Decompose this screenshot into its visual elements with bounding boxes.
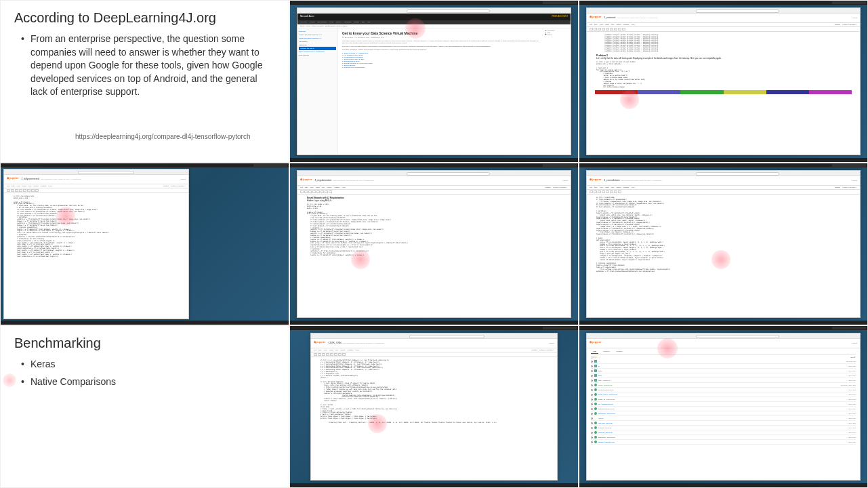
- file-name[interactable]: tensorflow_CNN.ipynb: [598, 413, 848, 415]
- code-cell[interactable]: In [1]: num_nodes = 1024 batch_size = 12…: [307, 204, 561, 256]
- notebook-title[interactable]: 4_convolutions: [604, 179, 619, 182]
- file-name[interactable]: ..: [598, 361, 846, 363]
- notebook-toolbar[interactable]: [311, 352, 557, 357]
- file-name[interactable]: keras_tf_CNN.ipynb: [598, 389, 848, 391]
- jupyter-logo-icon[interactable]: jupyter: [300, 178, 312, 184]
- logout-button[interactable]: Logout: [852, 342, 857, 344]
- azure-sidebar[interactable]: Overview What is the Data Science VM? Wh…: [297, 28, 338, 155]
- file-name[interactable]: Data: [598, 370, 848, 372]
- file-row[interactable]: SQL-Analysis-R3 days ago: [591, 378, 856, 383]
- logout-button[interactable]: Logout: [562, 180, 568, 182]
- dashboard-tabs[interactable]: Files Running Clusters: [591, 350, 856, 354]
- file-checkbox[interactable]: [591, 408, 593, 410]
- file-row[interactable]: tensorflow_CNN.ipynb3 days ago: [591, 435, 856, 440]
- notebook-toolbar[interactable]: [587, 190, 860, 195]
- browser-chrome[interactable]: [587, 171, 860, 176]
- file-checkbox[interactable]: [591, 432, 593, 434]
- file-row[interactable]: ImageClassifier.ipynb3 days ago: [591, 407, 856, 411]
- file-row[interactable]: utils.py3 days ago: [591, 416, 856, 421]
- file-row[interactable]: horovod_dist.ipynb3 days ago: [591, 430, 856, 435]
- file-row[interactable]: keras_CNTK_CNN.ipynb3 days ago: [591, 392, 856, 397]
- file-row[interactable]: ..seconds ago: [591, 359, 856, 364]
- file-row[interactable]: tools3 days ago: [591, 373, 856, 378]
- file-row[interactable]: CNTK_CNN.ipynbRunning 3 days ago: [591, 383, 856, 388]
- code-cell[interactable]: In [9]: # Input data. tf_train_dataset =…: [596, 197, 850, 273]
- file-checkbox[interactable]: [591, 436, 593, 439]
- file-checkbox[interactable]: [591, 413, 593, 415]
- file-checkbox[interactable]: [591, 389, 593, 391]
- plot-output: [595, 90, 852, 94]
- file-name[interactable]: CNTK_CNN.ipynb: [598, 384, 841, 386]
- notebook-icon: [594, 441, 597, 443]
- jupyter-logo-icon[interactable]: jupyter: [590, 341, 601, 346]
- notebook-toolbar[interactable]: [297, 190, 571, 195]
- jupyter-logo-icon[interactable]: jupyter: [7, 177, 18, 182]
- file-name[interactable]: tensorflow_CNN.ipynb: [598, 436, 848, 439]
- logout-button[interactable]: Logout: [180, 178, 186, 180]
- file-name[interactable]: ImageClassifier.ipynb: [598, 408, 848, 410]
- file-row[interactable]: Data3 days ago: [591, 369, 856, 373]
- file-checkbox[interactable]: [591, 365, 593, 367]
- notebook-toolbar[interactable]: [587, 27, 860, 32]
- logout-button[interactable]: Logout: [549, 342, 554, 344]
- new-button[interactable]: New ▾: [850, 357, 856, 359]
- browser-chrome[interactable]: [4, 169, 188, 175]
- file-row[interactable]: keras_tf_CNN.ipynb3 days ago: [591, 388, 856, 392]
- file-name[interactable]: tools: [598, 375, 848, 377]
- notebook-title[interactable]: 1_notmnist: [604, 16, 615, 19]
- notebook-icon: [594, 436, 597, 439]
- file-name[interactable]: R: [598, 365, 848, 367]
- code-cell[interactable]: In [4]: def init_model(m): # Loss (dense…: [321, 382, 547, 403]
- file-name[interactable]: horovod_dist.ipynb: [598, 432, 848, 434]
- logout-button[interactable]: Logout: [852, 17, 857, 19]
- notebook-title[interactable]: CNTK_CNN: [328, 342, 341, 344]
- file-name[interactable]: keras_TF_CNN.ipynb: [598, 399, 848, 401]
- file-time: 3 days ago: [848, 432, 856, 434]
- file-row[interactable]: tensorflow_CNN.ipynb3 days ago: [591, 411, 856, 416]
- file-row[interactable]: iris_clustering.ipynb3 days ago: [591, 402, 856, 407]
- logout-button[interactable]: Logout: [852, 180, 857, 182]
- file-checkbox[interactable]: [591, 427, 593, 429]
- file-name[interactable]: iris_clustering.ipynb: [598, 403, 848, 405]
- breadcrumb[interactable]: ▢ ▾ 📁 /: [591, 357, 598, 359]
- file-checkbox[interactable]: [591, 370, 593, 372]
- file-row[interactable]: R3 days ago: [591, 364, 856, 369]
- file-row[interactable]: keras_TF_CNN.ipynb3 days ago: [591, 397, 856, 402]
- notebook-title[interactable]: 2_fullyconnected: [21, 178, 39, 180]
- file-checkbox[interactable]: [591, 384, 593, 386]
- code-cell[interactable]: In [18]: # get a list of sets of each le…: [596, 62, 850, 89]
- file-checkbox[interactable]: [591, 418, 593, 420]
- notebook-toolbar[interactable]: [4, 188, 188, 193]
- file-name[interactable]: SQL-Analysis-R: [598, 380, 848, 382]
- code-cell[interactable]: In [3]: x = C.Convolution2D(filter_shape…: [321, 360, 547, 380]
- file-name[interactable]: notMnist_clfr.ipynb: [598, 422, 848, 424]
- file-checkbox[interactable]: [591, 394, 593, 396]
- file-row[interactable]: pytorch_clfr.ipynb3 days ago: [591, 426, 856, 430]
- file-name[interactable]: keras_CNTK_CNN.ipynb: [598, 394, 848, 396]
- browser-chrome[interactable]: [587, 333, 860, 339]
- browser-chrome[interactable]: [297, 8, 571, 14]
- free-account-link[interactable]: FREE ACCOUNT: [552, 16, 568, 18]
- jupyter-logo-icon[interactable]: jupyter: [314, 341, 325, 346]
- file-name[interactable]: pytorch_clfr.ipynb: [598, 427, 848, 429]
- azure-actions[interactable]: ⊕ Feedback ✎ Edit ⇄ Share: [543, 28, 571, 155]
- jupyter-logo-icon[interactable]: jupyter: [590, 178, 601, 184]
- file-checkbox[interactable]: [591, 403, 593, 405]
- file-checkbox[interactable]: [591, 361, 593, 363]
- file-checkbox[interactable]: [591, 441, 593, 443]
- notebook-title[interactable]: 3_regularization: [314, 179, 331, 182]
- file-row[interactable]: notMnist_clfr.ipynb3 days ago: [591, 421, 856, 426]
- file-checkbox[interactable]: [591, 375, 593, 377]
- browser-chrome[interactable]: [311, 333, 557, 339]
- file-name[interactable]: theano_sample.ipynb: [598, 441, 848, 443]
- browser-chrome[interactable]: [297, 171, 571, 176]
- jupyter-logo-icon[interactable]: jupyter: [590, 16, 601, 21]
- browser-chrome[interactable]: [587, 8, 860, 14]
- file-checkbox[interactable]: [591, 399, 593, 401]
- code-cell[interactable]: In [6]: num_nodes= 1024 batch_size = 128…: [14, 196, 179, 258]
- code-cell[interactable]: In [5]: %%time #load data x_train, x_tes…: [321, 405, 547, 420]
- file-checkbox[interactable]: [591, 380, 593, 382]
- file-checkbox[interactable]: [591, 422, 593, 424]
- file-row[interactable]: theano_sample.ipynb3 days ago: [591, 440, 856, 445]
- file-name[interactable]: utils.py: [598, 418, 848, 420]
